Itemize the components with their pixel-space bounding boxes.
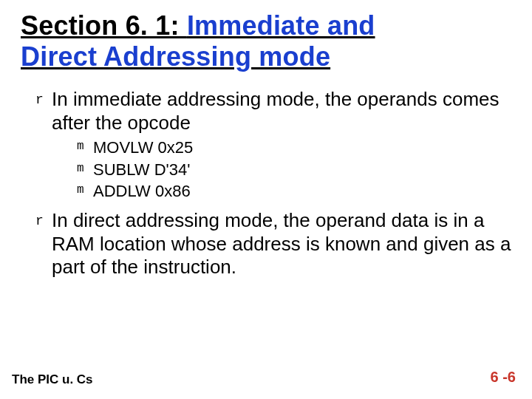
sub-bullet-item: m MOVLW 0x25	[77, 137, 511, 158]
slide-title: Section 6. 1: Immediate and Direct Addre…	[21, 10, 511, 73]
sub-bullet-text: SUBLW D'34'	[93, 160, 190, 180]
slide: Section 6. 1: Immediate and Direct Addre…	[0, 0, 532, 399]
bullet-marker: r	[35, 88, 52, 107]
bullet-item: r In direct addressing mode, the operand…	[35, 209, 511, 279]
sub-bullet-marker: m	[77, 137, 93, 153]
bullet-item: r In immediate addressing mode, the oper…	[35, 88, 511, 134]
bullet-list: r In immediate addressing mode, the oper…	[35, 88, 511, 279]
sub-bullet-text: ADDLW 0x86	[93, 181, 191, 202]
title-section-label: Section 6. 1:	[21, 10, 187, 41]
footer-right-page-number: 6 -6	[491, 369, 516, 386]
bullet-text: In direct addressing mode, the operand d…	[52, 209, 511, 279]
title-topic-line1: Immediate and	[187, 10, 375, 41]
sub-bullet-list: m MOVLW 0x25 m SUBLW D'34' m ADDLW 0x86	[77, 137, 511, 201]
title-topic-line2: Direct Addressing mode	[21, 41, 330, 72]
sub-bullet-marker: m	[77, 181, 93, 197]
bullet-marker: r	[35, 209, 52, 228]
sub-bullet-item: m SUBLW D'34'	[77, 160, 511, 180]
sub-bullet-marker: m	[77, 160, 93, 175]
sub-bullet-item: m ADDLW 0x86	[77, 181, 511, 202]
bullet-text: In immediate addressing mode, the operan…	[52, 88, 511, 134]
sub-bullet-text: MOVLW 0x25	[93, 137, 193, 158]
footer-left: The PIC u. Cs	[12, 372, 93, 387]
